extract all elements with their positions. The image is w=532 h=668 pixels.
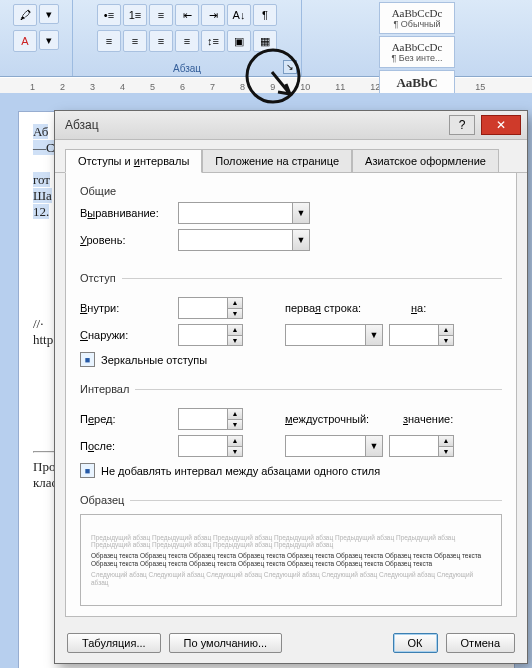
paragraph-dialog-launcher[interactable]: ↘	[283, 60, 297, 74]
cancel-button[interactable]: Отмена	[446, 633, 515, 653]
ribbon-group-paragraph: •≡ 1≡ ≡ ⇤ ⇥ A↓ ¶ ≡ ≡ ≡ ≡ ↕≡ ▣ ▦ Абзац ↘	[73, 0, 302, 76]
ribbon: 🖍 ▾ A ▾ •≡ 1≡ ≡ ⇤ ⇥ A↓ ¶ ≡ ≡ ≡ ≡ ↕≡ ▣ ▦ …	[0, 0, 532, 77]
first-line-by-spinner[interactable]: ▲▼	[389, 324, 454, 346]
sort-button[interactable]: A↓	[227, 4, 251, 26]
chevron-down-icon: ▼	[365, 325, 382, 345]
line-spacing-label: междустрочный:	[285, 413, 385, 425]
dont-add-space-checkbox[interactable]: Не добавлять интервал между абзацами одн…	[80, 463, 502, 478]
dialog-button-bar: Табуляция... По умолчанию... ОК Отмена	[55, 627, 527, 663]
level-combo[interactable]: ▼	[178, 229, 310, 251]
close-button[interactable]: ✕	[481, 115, 521, 135]
dialog-title: Абзац	[65, 118, 99, 132]
align-center-button[interactable]: ≡	[123, 30, 147, 52]
level-label: Уровень:	[80, 234, 172, 246]
style-normal[interactable]: AaBbCcDc ¶ Обычный	[379, 2, 455, 34]
outside-spinner[interactable]: ▲▼	[178, 324, 243, 346]
inside-spinner[interactable]: ▲▼	[178, 297, 243, 319]
set-default-button[interactable]: По умолчанию...	[169, 633, 283, 653]
mirror-indents-checkbox[interactable]: Зеркальные отступы	[80, 352, 502, 367]
alignment-combo[interactable]: ▼	[178, 202, 310, 224]
chevron-down-icon: ▼	[292, 203, 309, 223]
section-indent: Отступ Внутри: ▲▼ первая строка: на: Сна…	[80, 272, 502, 367]
multilevel-button[interactable]: ≡	[149, 4, 173, 26]
section-spacing: Интервал Перед: ▲▼ междустрочный: значен…	[80, 383, 502, 478]
ok-button[interactable]: ОК	[393, 633, 438, 653]
outside-label: Снаружи:	[80, 329, 172, 341]
line-spacing-button[interactable]: ↕≡	[201, 30, 225, 52]
align-justify-button[interactable]: ≡	[175, 30, 199, 52]
paragraph-dialog: Абзац ? ✕ Отступы и интервалы Положение …	[54, 110, 528, 664]
before-label: Перед:	[80, 413, 172, 425]
ribbon-group-font-mini: 🖍 ▾ A ▾	[0, 0, 73, 76]
dialog-tabs: Отступы и интервалы Положение на страниц…	[55, 140, 527, 173]
before-spinner[interactable]: ▲▼	[178, 408, 243, 430]
at-spinner[interactable]: ▲▼	[389, 435, 454, 457]
preview-box: Предыдущий абзац Предыдущий абзац Предыд…	[80, 514, 502, 606]
after-label: После:	[80, 440, 172, 452]
group-label-paragraph: Абзац	[173, 63, 201, 74]
style-no-spacing[interactable]: AaBbCcDc ¶ Без инте...	[379, 36, 455, 68]
dialog-titlebar[interactable]: Абзац ? ✕	[55, 111, 527, 140]
first-line-combo[interactable]: ▼	[285, 324, 383, 346]
tab-asian[interactable]: Азиатское оформление	[352, 149, 499, 173]
inside-label: Внутри:	[80, 302, 172, 314]
at-label: значение:	[403, 413, 453, 425]
bullets-button[interactable]: •≡	[97, 4, 121, 26]
section-preview: Образец Предыдущий абзац Предыдущий абза…	[80, 494, 502, 606]
font-color-dropdown[interactable]: ▾	[39, 30, 59, 50]
line-spacing-combo[interactable]: ▼	[285, 435, 383, 457]
shading-dropdown[interactable]: ▾	[39, 4, 59, 24]
tab-page-position[interactable]: Положение на странице	[202, 149, 352, 173]
dialog-body: Общие Выравнивание: ▼ Уровень: ▼ Отступ …	[65, 173, 517, 617]
section-general: Общие Выравнивание: ▼ Уровень: ▼	[80, 185, 502, 256]
tabs-button[interactable]: Табуляция...	[67, 633, 161, 653]
chevron-down-icon: ▼	[365, 436, 382, 456]
align-right-button[interactable]: ≡	[149, 30, 173, 52]
borders-button[interactable]: ▦	[253, 30, 277, 52]
tab-indents-spacing[interactable]: Отступы и интервалы	[65, 149, 202, 173]
shading-button[interactable]: 🖍	[13, 4, 37, 26]
after-spinner[interactable]: ▲▼	[178, 435, 243, 457]
alignment-label: Выравнивание:	[80, 207, 172, 219]
first-line-label: первая строка:	[285, 302, 385, 314]
numbering-button[interactable]: 1≡	[123, 4, 147, 26]
by-label: на:	[411, 302, 426, 314]
ribbon-group-styles: AaBbCcDc ¶ Обычный AaBbCcDc ¶ Без инте..…	[302, 0, 532, 76]
align-left-button[interactable]: ≡	[97, 30, 121, 52]
show-marks-button[interactable]: ¶	[253, 4, 277, 26]
font-color-button[interactable]: A	[13, 30, 37, 52]
indent-decrease-button[interactable]: ⇤	[175, 4, 199, 26]
checkbox-icon	[80, 463, 95, 478]
indent-increase-button[interactable]: ⇥	[201, 4, 225, 26]
chevron-down-icon: ▼	[292, 230, 309, 250]
help-button[interactable]: ?	[449, 115, 475, 135]
checkbox-icon	[80, 352, 95, 367]
fill-button[interactable]: ▣	[227, 30, 251, 52]
